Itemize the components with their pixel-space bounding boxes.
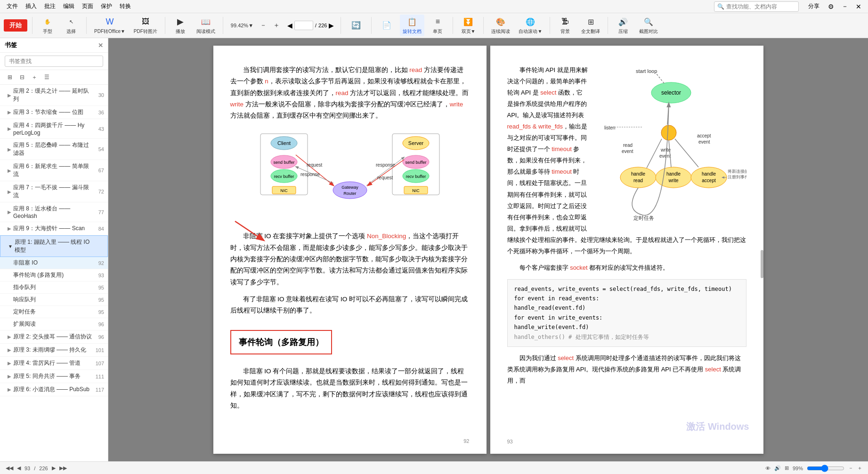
translate-button[interactable]: 🌐 自动滚动▼ [516, 15, 545, 36]
pdf-page-right: start loop selector listen read event ac… [490, 46, 763, 454]
single-page-button[interactable]: 📄 [376, 18, 397, 33]
read-mode-button[interactable]: 📖 阅读模式 [194, 15, 218, 36]
background-button[interactable]: 🎨 连续阅读 [488, 15, 513, 36]
menu-protect[interactable]: 保护 [98, 1, 115, 11]
svg-text:accept: accept [697, 133, 711, 138]
status-bar-left: ◀◀ ◀ 93 / 226 ▶ ▶▶ [6, 465, 67, 471]
hand-icon: ✋ [42, 16, 53, 27]
menu-edit[interactable]: 编辑 [60, 1, 77, 11]
minimize-icon[interactable]: － [839, 1, 851, 12]
close-icon[interactable]: ✕ [853, 2, 864, 11]
svg-text:write: write [668, 178, 679, 183]
status-eye-icon[interactable]: 👁 [765, 466, 771, 471]
sidebar-item-p3[interactable]: ▶ 原理 3: 未雨绸缪 —— 持久化 101 [0, 344, 108, 357]
pdf-to-image-button[interactable]: 🖼 PDF转图片 [131, 15, 160, 36]
sidebar-item-p5[interactable]: ▶ 原理 5: 同舟共济 —— 事务 111 [0, 370, 108, 383]
status-bar: ◀◀ ◀ 93 / 226 ▶ ▶▶ 👁 🔊 ⊞ 99% － ＋ [0, 461, 868, 474]
sidebar-sub-item-p1-1[interactable]: 非阻塞 IO 92 [0, 257, 108, 269]
zoom-in-button[interactable]: ＋ [270, 20, 283, 31]
find-button[interactable]: 🔍 截图对比 [636, 15, 661, 36]
status-grid-icon[interactable]: ⊞ [785, 465, 789, 471]
top-search-input[interactable] [726, 3, 792, 10]
para-3: 有了非阻塞 IO 意味着线程在读写 IO 时可以不必再阻塞了，读写可以瞬间完成后… [230, 294, 470, 317]
menu-convert[interactable]: 转换 [117, 1, 134, 11]
sidebar-sub-item-p1-6[interactable]: 扩展阅读 96 [0, 318, 108, 330]
status-speaker-icon[interactable]: 🔊 [774, 465, 781, 471]
svg-line-31 [235, 221, 263, 240]
sidebar-item-app5[interactable]: ▶ 应用 5：层恋叠嶂 —— 布隆过滤器 54 [0, 139, 108, 160]
sidebar-item-app4[interactable]: ▶ 应用 4：四两拨千斤 —— Hy perLogLog 43 [0, 119, 108, 139]
share-button[interactable]: 分享 [804, 1, 823, 11]
settings-icon[interactable]: ⚙ [825, 2, 837, 11]
sidebar-sub-item-p1-5[interactable]: 定时任务 95 [0, 306, 108, 318]
auto-scroll-button[interactable]: ⏬ 双页▼ [458, 15, 479, 36]
menu-page[interactable]: 页面 [79, 1, 96, 11]
sidebar-item-app3[interactable]: ▶ 应用 3：节衣缩食 —— 位图 36 [0, 106, 108, 119]
sidebar-sub-item-p1-3[interactable]: 指令队列 95 [0, 281, 108, 294]
divider1 [32, 17, 32, 34]
menu-insert[interactable]: 插入 [23, 1, 40, 11]
sidebar-close-icon[interactable]: ✕ [98, 42, 103, 49]
sidebar-add-icon[interactable]: ＋ [29, 72, 40, 82]
start-button[interactable]: 开始 [4, 19, 27, 32]
double-page-button[interactable]: 📋 旋转文档 [400, 15, 424, 36]
sidebar-item-p4[interactable]: ▶ 原理 4: 雷厉风行 —— 管道 107 [0, 357, 108, 370]
sidebar-item-app6[interactable]: ▶ 应用 6：新尾求生 —— 简单限流 67 [0, 160, 108, 181]
menu-annotate[interactable]: 批注 [41, 1, 58, 11]
sidebar-search-input[interactable] [5, 56, 103, 67]
svg-text:Client: Client [277, 140, 290, 146]
compare-button[interactable]: ⊞ 全文翻译 [578, 15, 603, 36]
sidebar-item-p2[interactable]: ▶ 原理 2: 交头接耳 —— 通信协议 96 [0, 330, 108, 344]
status-zoom-in-icon[interactable]: ＋ [857, 465, 862, 472]
sidebar-collapse-all-icon[interactable]: ⊟ [17, 72, 27, 82]
sidebar-item-p1[interactable]: ▼ 原理 1: 蹦跶入里 —— 线程 IO 模型 [0, 235, 108, 257]
sidebar-item-app7[interactable]: ▶ 应用 7：一毛不拔 —— 漏斗限流 72 [0, 181, 108, 202]
read-aloud-button[interactable]: 🔊 压缩 [613, 15, 633, 36]
zoom-dropdown[interactable]: 99.42%▼ [228, 21, 256, 30]
sidebar-item-app9[interactable]: ▶ 应用 9：大海捞针 —— Scan 84 [0, 222, 108, 235]
compress-button[interactable]: 🗜 背景 [555, 15, 576, 36]
status-zoom-slider[interactable] [807, 465, 844, 472]
sidebar-item-label-app9: 应用 9：大海捞针 —— Scan [13, 225, 85, 233]
sub-item-label-p1-6: 扩展阅读 [13, 320, 36, 328]
content-area[interactable]: 当我们调用套接字的读写方法，默认它们是阻塞的，比如 read 方法要传递进去一个… [108, 38, 868, 461]
select-tool-button[interactable]: ↖ 选择 [61, 15, 81, 36]
sidebar-item-label-p5: 原理 5: 同舟共济 —— 事务 [13, 372, 81, 380]
sidebar-item-app2[interactable]: ▶ 应用 2：缓兵之计 —— 延时队列 30 [0, 85, 108, 106]
zoom-out-icon: － [260, 21, 267, 30]
image-icon: 🖼 [140, 16, 151, 27]
nav-prev-button[interactable]: ◀ [287, 22, 292, 29]
double-page-icon: 📋 [406, 16, 418, 27]
sidebar-item-app8[interactable]: ▶ 应用 8：近水楼台 —— GeoHash 77 [0, 202, 108, 222]
sidebar-item-p6[interactable]: ▶ 原理 6: 小道消息 —— PubSub 117 [0, 383, 108, 396]
sidebar-icon-row: ⊞ ⊟ ＋ ☰ [0, 70, 108, 85]
continuous-read-button[interactable]: ≡ 单页 [427, 15, 448, 36]
rotate-button[interactable]: 🔄 [346, 18, 366, 33]
zoom-out-button[interactable]: － [257, 20, 269, 31]
sidebar-sub-item-p1-4[interactable]: 响应队列 95 [0, 294, 108, 306]
code-line-2: for event in read_events: [514, 294, 739, 303]
nav-next-button[interactable]: ▶ [329, 22, 334, 29]
sidebar-menu-icon[interactable]: ☰ [41, 72, 52, 82]
scroll-indicator[interactable] [761, 250, 763, 278]
top-search-bar[interactable]: 🔍 [714, 1, 799, 12]
sidebar-expand-all-icon[interactable]: ⊞ [5, 72, 15, 82]
right-page-number: 93 [507, 437, 513, 446]
status-nav-last-button[interactable]: ▶▶ [59, 465, 67, 471]
status-zoom-out-icon[interactable]: － [848, 465, 853, 472]
inline-nonblocking: Non_Blocking [367, 233, 406, 240]
sidebar-item-label-p6: 原理 6: 小道消息 —— PubSub [13, 386, 89, 394]
svg-text:send buffer: send buffer [405, 160, 426, 165]
sidebar-sub-item-p1-2[interactable]: 事件轮询 (多路复用) 93 [0, 269, 108, 281]
pdf-to-office-button[interactable]: W PDF转Office▼ [91, 15, 128, 36]
sub-item-label-p1-3: 指令队列 [13, 283, 36, 291]
network-diagram-svg: Client send buffer recv buffer NIC Gatew… [251, 129, 449, 223]
play-button[interactable]: ▶ 播放 [170, 15, 191, 36]
menu-file[interactable]: 文件 [4, 1, 21, 11]
hand-tool-button[interactable]: ✋ 手型 [37, 15, 58, 36]
sidebar-content[interactable]: ▶ 应用 2：缓兵之计 —— 延时队列 30 ▶ 应用 3：节衣缩食 —— 位图… [0, 85, 108, 461]
status-nav-prev-button[interactable]: ◀ [17, 465, 21, 471]
status-nav-next-button[interactable]: ▶ [52, 465, 56, 471]
nav-first-button[interactable]: ◀◀ [6, 465, 13, 471]
page-number-input[interactable]: 93 [294, 21, 313, 30]
